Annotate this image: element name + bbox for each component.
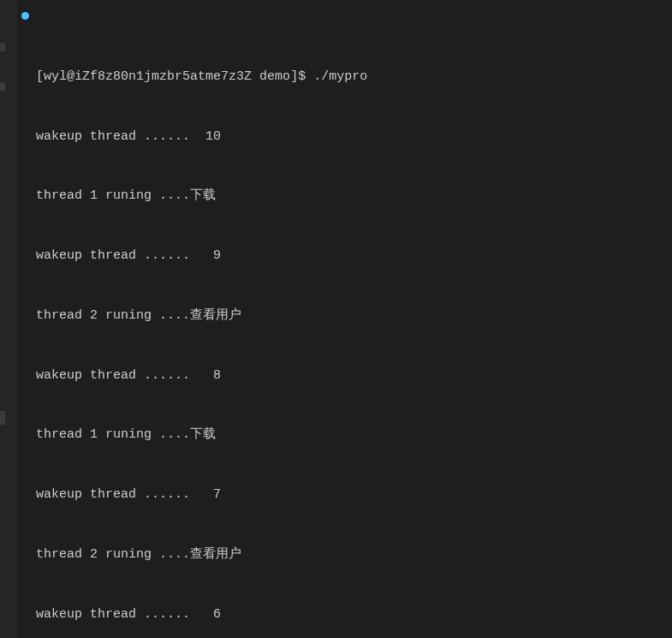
terminal-output-line: thread 1 runing ....下载 <box>21 425 669 444</box>
modified-indicator-icon <box>21 12 29 20</box>
terminal-output-line: wakeup thread ...... 10 <box>21 127 669 146</box>
gutter-mark <box>0 82 5 91</box>
gutter-mark <box>0 43 5 51</box>
editor-gutter <box>0 0 17 638</box>
terminal-output-line: wakeup thread ...... 8 <box>21 366 669 385</box>
terminal-output-line: thread 2 runing ....查看用户 <box>21 545 669 564</box>
prompt-host: iZf8z80n1jmzbr5atme7z3Z <box>74 69 252 84</box>
prompt-cwd: demo <box>259 69 290 84</box>
terminal-output-line: thread 2 runing ....查看用户 <box>21 306 669 325</box>
terminal-output-line: wakeup thread ...... 9 <box>21 246 669 265</box>
gutter-mark <box>0 411 5 425</box>
prompt-command: ./mypro <box>313 69 367 84</box>
terminal-output-line: thread 1 runing ....下载 <box>21 186 669 206</box>
terminal-output-line: wakeup thread ...... 7 <box>21 485 669 504</box>
prompt-line: [wyl@iZf8z80n1jmzbr5atme7z3Z demo]$ ./my… <box>21 67 669 86</box>
terminal-output-line: wakeup thread ...... 6 <box>21 605 669 624</box>
prompt-symbol: $ <box>298 69 306 84</box>
terminal-panel[interactable]: [wyl@iZf8z80n1jmzbr5atme7z3Z demo]$ ./my… <box>17 0 672 638</box>
prompt-user: wyl <box>44 69 67 84</box>
